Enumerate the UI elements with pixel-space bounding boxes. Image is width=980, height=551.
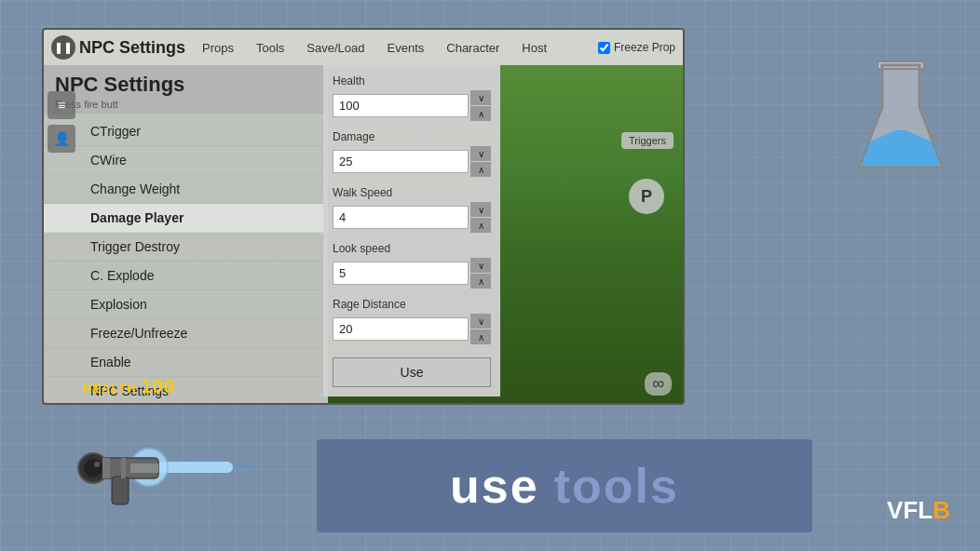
rage-distance-spin: ∨ ∧ <box>470 314 491 344</box>
health-hud: HEALTH 100 <box>83 376 175 397</box>
walk-speed-input[interactable] <box>333 206 469 229</box>
look-speed-up[interactable]: ∧ <box>470 274 491 289</box>
damage-field-group: Damage ∨ ∧ <box>333 130 491 177</box>
rage-distance-label: Rage Distance <box>333 298 491 311</box>
sidebar-icon-1[interactable]: ≡ <box>48 91 75 119</box>
health-field-group: Health ∨ ∧ <box>333 74 491 121</box>
sidebar-icons: ≡ 👤 <box>44 86 79 158</box>
tab-character[interactable]: Character <box>437 37 509 59</box>
walk-speed-spin: ∨ ∧ <box>470 202 491 233</box>
npc-menu-list: CTrigger CWire Change Weight Damage Play… <box>44 114 328 405</box>
npc-panel-subtitle: Press fire butt <box>55 99 317 110</box>
flask-svg <box>854 56 947 186</box>
health-row: ∨ ∧ <box>333 90 491 121</box>
rage-distance-field-group: Rage Distance ∨ ∧ <box>333 298 491 344</box>
vflb-logo-text: V F L B <box>887 496 950 525</box>
look-speed-row: ∨ ∧ <box>333 258 491 289</box>
tab-props[interactable]: Props <box>193 37 243 59</box>
vflb-b: B <box>932 496 950 525</box>
p-button[interactable]: P <box>629 179 664 214</box>
look-speed-down[interactable]: ∨ <box>470 258 491 273</box>
svg-rect-14 <box>102 458 110 478</box>
tab-events[interactable]: Events <box>378 37 434 59</box>
npc-panel: NPC Settings Press fire butt CTrigger CW… <box>44 65 328 403</box>
settings-panel: Health ∨ ∧ Damage ∨ ∧ Walk Speed <box>323 65 500 396</box>
walk-speed-up[interactable]: ∧ <box>470 218 491 233</box>
damage-spin: ∨ ∧ <box>470 146 491 177</box>
infinity-icon: ∞ <box>645 372 672 396</box>
menu-item-cwire[interactable]: CWire <box>44 146 328 175</box>
health-down[interactable]: ∨ <box>470 90 491 105</box>
damage-down[interactable]: ∨ <box>470 146 491 161</box>
menu-item-change-weight[interactable]: Change Weight <box>44 175 328 204</box>
svg-rect-12 <box>112 477 129 504</box>
use-label: use <box>450 458 539 514</box>
health-spin: ∨ ∧ <box>470 90 491 121</box>
tab-host[interactable]: Host <box>512 37 556 59</box>
walk-speed-label: Walk Speed <box>333 186 491 199</box>
walk-speed-down[interactable]: ∨ <box>470 202 491 217</box>
damage-input[interactable] <box>333 150 469 173</box>
menu-item-c-explode[interactable]: C. Explode <box>44 262 328 290</box>
flask-logo-container <box>850 47 952 195</box>
look-speed-field-group: Look speed ∨ ∧ <box>333 242 491 289</box>
menu-item-enable[interactable]: Enable <box>44 348 328 377</box>
tools-label: tools <box>554 458 679 514</box>
look-speed-input[interactable] <box>333 262 469 285</box>
svg-rect-15 <box>121 458 126 478</box>
vflb-l: L <box>918 496 932 525</box>
look-speed-spin: ∨ ∧ <box>470 258 491 289</box>
pause-button[interactable]: ❚❚ <box>51 35 75 60</box>
rage-distance-up[interactable]: ∧ <box>470 329 491 344</box>
health-label: Health <box>333 74 491 87</box>
tab-saveload[interactable]: Save/Load <box>297 37 374 59</box>
health-hud-value: 100 <box>141 376 174 396</box>
health-hud-label: HEALTH <box>83 382 137 396</box>
triggers-button[interactable]: Triggers <box>621 132 674 149</box>
damage-row: ∨ ∧ <box>333 146 491 177</box>
freeze-prop-control: Freeze Prop <box>598 41 675 54</box>
menu-bar: ❚❚ NPC Settings Props Tools Save/Load Ev… <box>44 30 683 65</box>
vflb-v: V <box>887 496 903 525</box>
menu-item-freeze-unfreeze[interactable]: Freeze/Unfreeze <box>44 319 328 348</box>
npc-panel-heading: NPC Settings <box>55 73 317 97</box>
damage-up[interactable]: ∧ <box>470 162 491 177</box>
menu-item-explosion[interactable]: Explosion <box>44 290 328 319</box>
npc-title-header: NPC Settings <box>79 38 185 58</box>
menu-item-trigger-destroy[interactable]: Trigger Destroy <box>44 233 328 262</box>
health-up[interactable]: ∧ <box>470 106 491 121</box>
npc-panel-title: NPC Settings Press fire butt <box>44 65 328 114</box>
gun-svg <box>28 423 252 525</box>
tab-tools[interactable]: Tools <box>247 37 293 59</box>
freeze-prop-checkbox[interactable] <box>598 42 610 54</box>
freeze-prop-label: Freeze Prop <box>614 41 675 54</box>
walk-speed-row: ∨ ∧ <box>333 202 491 233</box>
menu-item-ctrigger[interactable]: CTrigger <box>44 117 328 146</box>
use-tools-box: use tools <box>317 439 812 532</box>
look-speed-label: Look speed <box>333 242 491 255</box>
walk-speed-field-group: Walk Speed ∨ ∧ <box>333 186 491 233</box>
health-input[interactable] <box>333 94 469 117</box>
rage-distance-down[interactable]: ∨ <box>470 314 491 329</box>
rage-distance-input[interactable] <box>333 317 469 341</box>
menu-item-damage-player[interactable]: Damage Player <box>44 204 328 233</box>
svg-rect-6 <box>158 462 233 473</box>
svg-rect-13 <box>130 464 158 473</box>
vflb-f: F <box>903 496 918 525</box>
svg-point-11 <box>94 462 100 467</box>
gun-container <box>28 423 252 525</box>
use-button[interactable]: Use <box>333 357 491 387</box>
svg-point-10 <box>84 459 102 477</box>
rage-distance-row: ∨ ∧ <box>333 314 491 344</box>
game-window: ❚❚ NPC Settings Props Tools Save/Load Ev… <box>42 28 685 405</box>
sidebar-icon-2[interactable]: 👤 <box>48 125 75 153</box>
damage-label: Damage <box>333 130 491 143</box>
